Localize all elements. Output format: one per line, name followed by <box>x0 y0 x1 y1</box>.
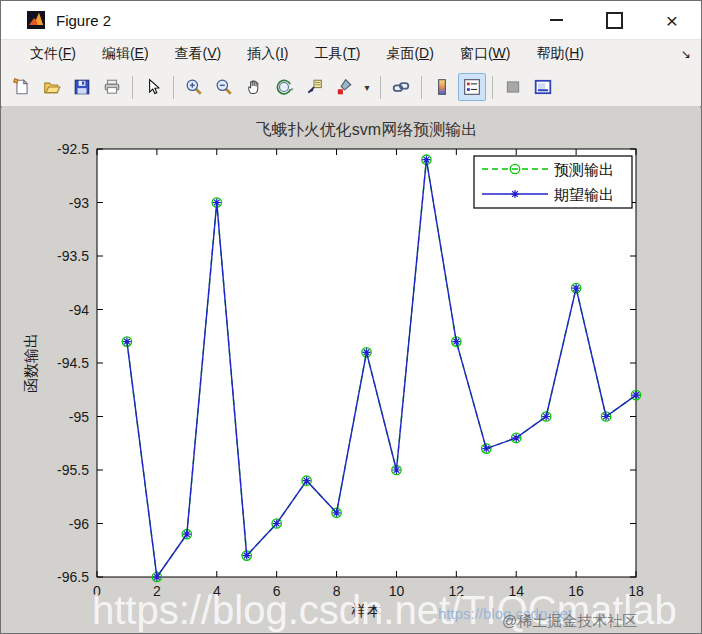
legend-label: 预测输出 <box>554 161 614 178</box>
maximize-icon <box>606 12 623 29</box>
minimize-button[interactable] <box>527 1 585 39</box>
link-plot-icon <box>392 78 410 96</box>
data-cursor-button[interactable] <box>300 73 328 101</box>
x-axis-label: 样本 <box>352 602 382 619</box>
insert-colorbar-icon <box>433 78 451 96</box>
menu-item-d[interactable]: 桌面(D) <box>373 45 446 63</box>
x-tick-label: 8 <box>333 583 341 599</box>
minimize-icon <box>550 19 563 21</box>
rotate-3d-icon <box>275 78 293 96</box>
y-tick-label: -95 <box>69 409 89 425</box>
x-tick-label: 10 <box>389 583 405 599</box>
plot-area <box>97 149 636 577</box>
insert-legend-icon <box>463 78 481 96</box>
menu-item-t[interactable]: 工具(T) <box>302 45 374 63</box>
menu-item-i[interactable]: 插入(I) <box>234 45 301 63</box>
open-file-button[interactable] <box>38 73 66 101</box>
rotate-3d-button[interactable] <box>270 73 298 101</box>
toolbar-separator <box>173 76 174 99</box>
y-tick-label: -95.5 <box>57 462 89 478</box>
matlab-icon <box>27 11 45 29</box>
zoom-in-icon <box>185 78 203 96</box>
x-tick-label: 16 <box>568 583 584 599</box>
asterisk-marker <box>243 552 251 560</box>
asterisk-marker <box>632 391 640 399</box>
menu-bar: 文件(F)编辑(E)查看(V)插入(I)工具(T)桌面(D)窗口(W)帮助(H)… <box>1 39 701 68</box>
toolbar-separator <box>132 76 133 99</box>
x-tick-label: 4 <box>213 583 221 599</box>
asterisk-marker <box>392 466 400 474</box>
save-figure-button[interactable] <box>68 73 96 101</box>
x-tick-label: 2 <box>153 583 161 599</box>
y-tick-label: -96.5 <box>57 569 89 585</box>
toolbar-separator <box>421 76 422 99</box>
open-file-icon <box>43 78 61 96</box>
brush-button[interactable] <box>330 73 358 101</box>
title-bar: Figure 2 × <box>1 1 701 39</box>
asterisk-marker <box>452 338 460 346</box>
x-tick-label: 18 <box>628 583 644 599</box>
toolbar-separator <box>492 76 493 99</box>
asterisk-marker <box>602 413 610 421</box>
asterisk-marker <box>123 338 131 346</box>
save-figure-icon <box>73 78 91 96</box>
brush-dropdown-button[interactable]: ▾ <box>360 73 374 101</box>
pan-icon <box>245 78 263 96</box>
asterisk-marker <box>273 520 281 528</box>
menu-item-v[interactable]: 查看(V) <box>162 45 235 63</box>
menu-overflow-arrow[interactable]: ↘ <box>681 47 701 61</box>
edit-plot-cursor-button[interactable] <box>139 73 167 101</box>
y-tick-label: -96 <box>69 516 89 532</box>
new-figure-icon <box>13 78 31 96</box>
figure-window: Figure 2 × 文件(F)编辑(E)查看(V)插入(I)工具(T)桌面(D… <box>0 0 702 634</box>
maximize-button[interactable] <box>585 1 643 39</box>
asterisk-marker <box>482 445 490 453</box>
insert-legend-button[interactable] <box>458 73 486 101</box>
hide-plot-tools-button <box>499 73 527 101</box>
plot-svg: 024681012141618-92.5-93-93.5-94-94.5-95-… <box>2 106 702 633</box>
x-tick-label: 0 <box>93 583 101 599</box>
zoom-out-button[interactable] <box>210 73 238 101</box>
zoom-in-button[interactable] <box>180 73 208 101</box>
menu-item-w[interactable]: 窗口(W) <box>447 45 524 63</box>
chart-title: 飞蛾扑火优化svm网络预测输出 <box>256 121 477 138</box>
link-plot-button[interactable] <box>387 73 415 101</box>
asterisk-marker <box>422 156 430 164</box>
y-axis-label: 函数输出 <box>22 333 39 393</box>
y-tick-label: -93 <box>69 195 89 211</box>
print-figure-button[interactable] <box>98 73 126 101</box>
close-button[interactable]: × <box>643 1 701 39</box>
print-figure-icon <box>103 78 121 96</box>
menu-item-e[interactable]: 编辑(E) <box>89 45 162 63</box>
show-plot-tools-button[interactable] <box>529 73 557 101</box>
menu-item-h[interactable]: 帮助(H) <box>523 45 596 63</box>
asterisk-marker <box>153 573 161 581</box>
asterisk-marker <box>512 434 520 442</box>
y-tick-label: -94 <box>69 302 89 318</box>
x-tick-label: 14 <box>508 583 524 599</box>
window-controls: × <box>527 1 701 39</box>
hide-plot-tools-icon <box>504 78 522 96</box>
toolbar-separator <box>380 76 381 99</box>
y-tick-label: -93.5 <box>57 248 89 264</box>
window-title: Figure 2 <box>56 12 111 29</box>
edit-plot-cursor-icon <box>144 78 162 96</box>
pan-button[interactable] <box>240 73 268 101</box>
new-figure-button[interactable] <box>8 73 36 101</box>
legend[interactable]: 预测输出期望输出 <box>474 156 632 208</box>
y-tick-label: -94.5 <box>57 355 89 371</box>
legend-label: 期望输出 <box>554 186 614 203</box>
y-tick-label: -92.5 <box>57 141 89 157</box>
show-plot-tools-icon <box>534 78 552 96</box>
asterisk-marker <box>303 477 311 485</box>
menu-item-f[interactable]: 文件(F) <box>17 45 89 63</box>
asterisk-marker <box>572 284 580 292</box>
x-tick-label: 6 <box>273 583 281 599</box>
asterisk-marker <box>542 413 550 421</box>
asterisk-marker <box>213 199 221 207</box>
zoom-out-icon <box>215 78 233 96</box>
insert-colorbar-button[interactable] <box>428 73 456 101</box>
figure-canvas: 024681012141618-92.5-93-93.5-94-94.5-95-… <box>2 106 700 632</box>
asterisk-marker <box>363 348 371 356</box>
data-cursor-icon <box>305 78 323 96</box>
